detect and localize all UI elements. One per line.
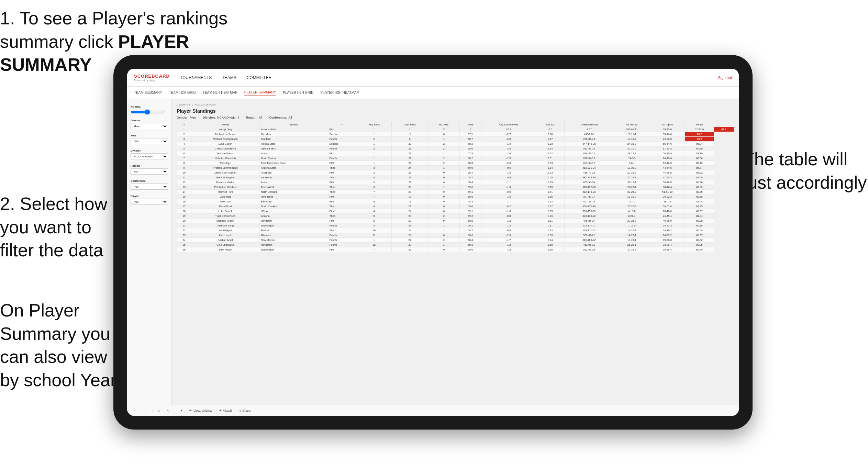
table-cell: 514-111-52 bbox=[565, 228, 614, 233]
table-cell: 0 bbox=[428, 180, 459, 185]
table-cell: 2.72 bbox=[536, 151, 565, 156]
table-cell: Florida State bbox=[259, 142, 328, 146]
col-conf-rank: Conf Rank bbox=[391, 122, 428, 127]
table-cell: 3 bbox=[357, 166, 391, 170]
table-cell: 21 bbox=[177, 223, 191, 228]
table-cell: 25-43-3 bbox=[650, 223, 685, 228]
table-cell: Fourth bbox=[328, 238, 357, 243]
col-vs-top25: Vs Top 25 bbox=[614, 122, 650, 127]
table-cell: 33-38-4 bbox=[650, 243, 685, 247]
table-cell: 2 bbox=[428, 214, 459, 219]
table-cell: 35-16-4 bbox=[650, 132, 685, 137]
table-row: 23Jack LundinMissouriFourth1124068.6-2.3… bbox=[177, 233, 734, 238]
table-cell: 2 bbox=[357, 146, 391, 151]
table-cell: Cole Sherwood bbox=[191, 243, 259, 247]
table-cell: Luke Powell bbox=[191, 209, 259, 214]
table-cell: 68.2 bbox=[460, 156, 481, 161]
year-select[interactable]: (All) bbox=[131, 138, 168, 144]
table-cell: 69.1 bbox=[460, 190, 481, 194]
sign-out-link[interactable]: Sign out bbox=[718, 76, 732, 80]
table-cell: 23 bbox=[391, 243, 428, 247]
region-select[interactable]: N/A bbox=[131, 168, 168, 175]
table-cell: -3.2 bbox=[536, 127, 565, 132]
nav-teams[interactable]: TEAMS bbox=[222, 74, 236, 81]
table-cell: 28-15-0 bbox=[650, 127, 685, 132]
gender-filter-value: Men bbox=[190, 116, 196, 119]
toolbar-back[interactable]: ← bbox=[132, 408, 138, 413]
table-cell: 81.81 bbox=[685, 214, 714, 219]
table-cell: 68.6 bbox=[460, 247, 481, 252]
subnav-team-h2h-grid[interactable]: TEAM H2H GRID bbox=[169, 89, 196, 96]
table-cell: 18 bbox=[177, 209, 191, 214]
player-select[interactable]: (All) bbox=[131, 199, 168, 205]
table-cell: Luke Claton bbox=[191, 142, 259, 146]
table-cell: Tiger Christensen bbox=[191, 214, 259, 219]
table-cell: 0 bbox=[428, 175, 459, 180]
table-cell: 1.98 bbox=[536, 142, 565, 146]
table-row: 15Jake HallTennesseeFifth718068.5-1.51.6… bbox=[177, 194, 734, 199]
division-select[interactable]: NCAA Division I bbox=[131, 153, 168, 159]
table-cell: Washington bbox=[259, 247, 328, 252]
table-cell: 23 bbox=[177, 233, 191, 238]
table-cell: Fourth bbox=[328, 146, 357, 151]
table-cell: 26-23-1 bbox=[614, 243, 650, 247]
table-cell: First bbox=[328, 127, 357, 132]
table-cell: 68.4 bbox=[460, 170, 481, 175]
division-section-label: Division bbox=[131, 149, 168, 152]
table-cell: 8 bbox=[391, 137, 428, 142]
table-cell: 24 bbox=[391, 166, 428, 170]
table-cell: Florida bbox=[259, 228, 328, 233]
table-cell: 68.3 bbox=[460, 161, 481, 166]
table-cell: -0.2 bbox=[481, 204, 536, 209]
gender-select[interactable]: Men bbox=[131, 123, 168, 129]
table-cell: -1.2 bbox=[481, 219, 536, 223]
table-cell: Maxwell Ford bbox=[191, 190, 259, 194]
col-adj-score: Adj. Score to Par bbox=[481, 122, 536, 127]
table-cell: 1.47 bbox=[536, 137, 565, 142]
toolbar-paste[interactable]: ▽ bbox=[165, 408, 171, 413]
toolbar-watch[interactable]: 👁 Watch bbox=[218, 408, 234, 413]
table-cell: 14-3-3 bbox=[614, 156, 650, 161]
table-cell: 674-33-12 bbox=[565, 151, 614, 156]
toolbar-forward[interactable]: → bbox=[142, 408, 148, 413]
table-cell: 82.35 bbox=[685, 204, 714, 209]
subnav-player-h2h-heatmap[interactable]: PLAYER H2H HEATMAP bbox=[321, 89, 359, 96]
nav-tournaments[interactable]: TOURNAMENTS bbox=[180, 74, 212, 81]
instruction-step2: 2. Select how you want to filter the dat… bbox=[0, 192, 124, 262]
table-cell: 68.2 bbox=[460, 142, 481, 146]
toolbar-clock[interactable]: ● bbox=[179, 408, 184, 413]
table-cell: 7 bbox=[357, 190, 391, 194]
toolbar-share[interactable]: ⇧ Share bbox=[237, 408, 253, 413]
table-cell: 21 bbox=[391, 146, 428, 151]
subnav-team-summary[interactable]: TEAM SUMMARY bbox=[134, 89, 162, 96]
table-cell: 13 bbox=[177, 185, 191, 190]
table-cell: 1.50 bbox=[536, 175, 565, 180]
table-cell: 68.7 bbox=[460, 137, 481, 142]
toolbar-copy[interactable]: △ bbox=[156, 408, 162, 413]
no-rds-slider[interactable] bbox=[131, 109, 164, 115]
table-cell: 24 bbox=[391, 233, 428, 238]
table-cell: 8 bbox=[357, 199, 391, 204]
subnav-player-summary[interactable]: PLAYER SUMMARY bbox=[244, 89, 276, 96]
table-cell: 0 bbox=[428, 194, 459, 199]
table-cell: 17 bbox=[177, 204, 191, 209]
conference-select[interactable]: (All) bbox=[131, 184, 168, 190]
table-cell: 22-26-1 bbox=[614, 185, 650, 190]
nav-committee[interactable]: COMMITTEE bbox=[247, 74, 271, 81]
player-section-label: Player bbox=[131, 194, 168, 198]
table-cell: 19-39-2 bbox=[614, 166, 650, 170]
toolbar-view[interactable]: 👁 View: Original bbox=[188, 408, 214, 413]
table-cell: -0.5 bbox=[481, 190, 536, 194]
table-row: 17David FordNorth CarolinaThird421069.0-… bbox=[177, 204, 734, 209]
table-cell: -0.8 bbox=[481, 228, 536, 233]
table-cell: Fourth bbox=[328, 137, 357, 142]
table-row: 5Christo LamprechtGeorgia TechFourth2212… bbox=[177, 146, 734, 151]
table-cell: 1 bbox=[357, 127, 391, 132]
table-cell: 1 bbox=[428, 228, 459, 233]
table-cell: 2 bbox=[428, 156, 459, 161]
table-cell: -1.1 bbox=[481, 180, 536, 185]
subnav-player-h2h-grid[interactable]: PLAYER H2H GRID bbox=[283, 89, 313, 96]
table-cell: 0.74 bbox=[536, 238, 565, 243]
subnav-team-h2h-heatmap[interactable]: TEAM H2H HEATMAP bbox=[203, 89, 237, 96]
table-cell: 4 bbox=[357, 223, 391, 228]
